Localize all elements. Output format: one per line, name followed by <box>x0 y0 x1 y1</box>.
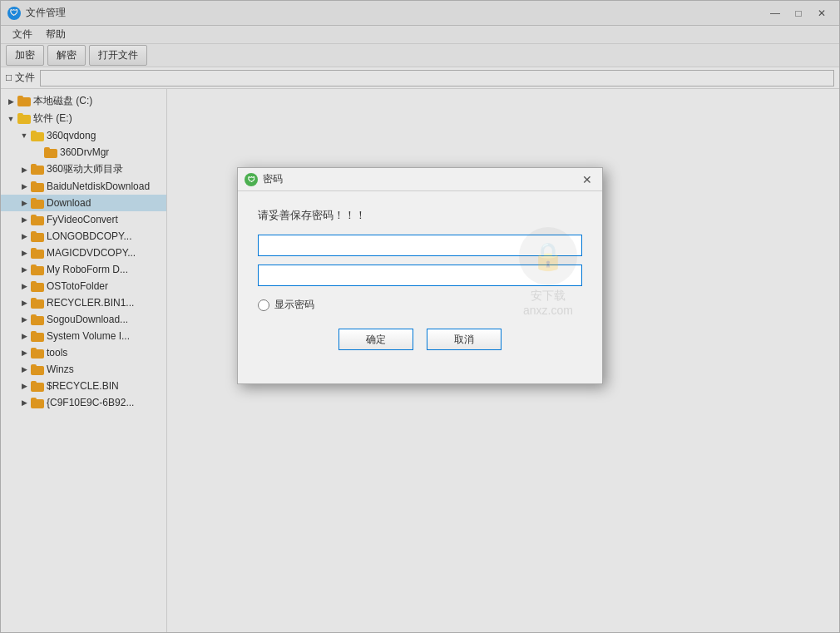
show-password-row: 显示密码 <box>258 298 582 312</box>
show-password-radio[interactable] <box>258 299 269 311</box>
dialog-warning-text: 请妥善保存密码！！！ <box>258 208 582 223</box>
dialog-icon: 🛡 <box>245 173 258 186</box>
dialog-body: 请妥善保存密码！！！ 显示密码 🔒 安下载 anxz.com 确定 取消 <box>238 191 602 383</box>
password-input-1[interactable] <box>258 235 582 256</box>
password-input-2[interactable] <box>258 265 582 286</box>
show-password-label[interactable]: 显示密码 <box>274 298 314 312</box>
confirm-button[interactable]: 确定 <box>338 329 413 350</box>
dialog-titlebar: 🛡 密码 ✕ <box>238 168 602 191</box>
main-window: 🛡 文件管理 — □ ✕ 文件 帮助 加密 解密 打开文件 □ 文件 ▶ 本地 <box>0 0 840 633</box>
cancel-button[interactable]: 取消 <box>427 329 502 350</box>
password-dialog: 🛡 密码 ✕ 请妥善保存密码！！！ 显示密码 🔒 安下载 anxz.com <box>237 167 603 384</box>
dialog-buttons: 确定 取消 <box>258 329 582 367</box>
dialog-close-button[interactable]: ✕ <box>579 172 595 187</box>
dialog-title: 密码 <box>263 172 579 186</box>
dialog-overlay: 🛡 密码 ✕ 请妥善保存密码！！！ 显示密码 🔒 安下载 anxz.com <box>1 1 839 632</box>
